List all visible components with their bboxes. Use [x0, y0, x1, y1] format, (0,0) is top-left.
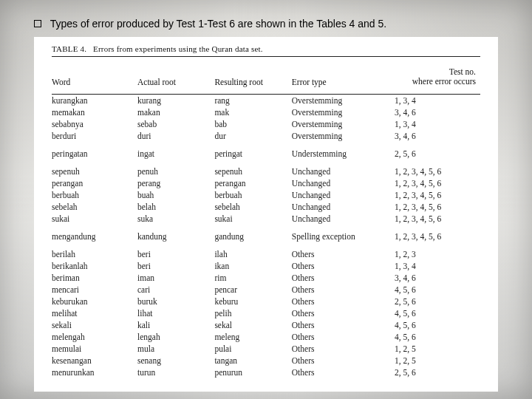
cell-tests: 1, 2, 3 [395, 242, 480, 260]
cell-resulting-root: ilah [214, 242, 291, 260]
cell-tests: 3, 4, 6 [395, 106, 480, 118]
cell-tests: 1, 2, 3, 4, 5, 6 [395, 225, 480, 242]
cell-tests: 4, 5, 6 [395, 307, 480, 319]
cell-tests: 3, 4, 6 [395, 272, 480, 284]
table-row: menurunkanturunpenurunOthers2, 5, 6 [52, 366, 480, 378]
cell-error-type: Understemming [292, 142, 395, 160]
table-row: sepenuhpenuhsepenuhUnchanged1, 2, 3, 4, … [52, 160, 480, 177]
slide-content: Types of error produced by Test 1-Test 6… [0, 0, 532, 399]
cell-resulting-root: rim [214, 272, 291, 284]
cell-resulting-root: pencar [214, 284, 291, 296]
cell-word: mencari [52, 284, 137, 296]
cell-resulting-root: sekal [214, 319, 291, 331]
cell-resulting-root: sebelah [214, 201, 291, 213]
cell-tests: 1, 2, 3, 4, 5, 6 [395, 160, 480, 177]
cell-word: berduri [52, 130, 137, 142]
table-row: berduriduridurOverstemming3, 4, 6 [52, 130, 480, 142]
cell-tests: 1, 3, 4 [395, 94, 480, 106]
bullet-line: Types of error produced by Test 1-Test 6… [34, 18, 498, 30]
cell-error-type: Others [292, 331, 395, 343]
cell-actual-root: lihat [137, 307, 214, 319]
cell-tests: 1, 2, 3, 4, 5, 6 [395, 177, 480, 189]
table-row: berikanlahberiikanOthers1, 3, 4 [52, 260, 480, 272]
cell-error-type: Others [292, 272, 395, 284]
cell-resulting-root: keburu [214, 296, 291, 307]
col-head-word: Word [52, 60, 137, 95]
cell-error-type: Others [292, 296, 395, 307]
table-row: berimanimanrimOthers3, 4, 6 [52, 272, 480, 284]
table-row: melihatlihatpelihOthers4, 5, 6 [52, 307, 480, 319]
cell-resulting-root: tangan [214, 355, 291, 366]
table-row: peringataningatperingatUnderstemming2, 5… [52, 142, 480, 160]
cell-resulting-root: mak [214, 106, 291, 118]
cell-tests: 3, 4, 6 [395, 130, 480, 142]
caption-text: Errors from experiments using the Quran … [93, 44, 263, 53]
col-head-error-type: Error type [292, 60, 395, 95]
cell-error-type: Others [292, 284, 395, 296]
table-row: kesenangansenangtanganOthers1, 2, 5 [52, 355, 480, 366]
cell-resulting-root: sukai [214, 213, 291, 225]
cell-word: melihat [52, 307, 137, 319]
cell-error-type: Unchanged [292, 201, 395, 213]
cell-error-type: Others [292, 343, 395, 355]
cell-actual-root: sebab [137, 118, 214, 130]
table-row: berbuahbuahberbuahUnchanged1, 2, 3, 4, 5… [52, 189, 480, 201]
cell-resulting-root: dur [214, 130, 291, 142]
cell-word: mengandung [52, 225, 137, 242]
cell-word: kurangkan [52, 94, 137, 106]
cell-error-type: Overstemming [292, 130, 395, 142]
cell-tests: 4, 5, 6 [395, 331, 480, 343]
cell-resulting-root: berbuah [214, 189, 291, 201]
cell-actual-root: ingat [137, 142, 214, 160]
cell-word: perangan [52, 177, 137, 189]
cell-word: sukai [52, 213, 137, 225]
table-row: memakanmakanmakOverstemming3, 4, 6 [52, 106, 480, 118]
cell-actual-root: mula [137, 343, 214, 355]
cell-actual-root: suka [137, 213, 214, 225]
table-row: memulaimulapulaiOthers1, 2, 5 [52, 343, 480, 355]
cell-actual-root: buruk [137, 296, 214, 307]
cell-word: sepenuh [52, 160, 137, 177]
cell-word: keburukan [52, 296, 137, 307]
cell-error-type: Overstemming [292, 106, 395, 118]
cell-actual-root: penuh [137, 160, 214, 177]
cell-resulting-root: rang [214, 94, 291, 106]
table-row: melengahlengahmelengOthers4, 5, 6 [52, 331, 480, 343]
table-row: mengandungkandunggandungSpelling excepti… [52, 225, 480, 242]
cell-actual-root: buah [137, 189, 214, 201]
table-row: berilahberiilahOthers1, 2, 3 [52, 242, 480, 260]
cell-resulting-root: peringat [214, 142, 291, 160]
table-body: kurangkankurangrangOverstemming1, 3, 4me… [52, 94, 480, 378]
cell-word: peringatan [52, 142, 137, 160]
cell-tests: 2, 5, 6 [395, 142, 480, 160]
cell-word: kesenangan [52, 355, 137, 366]
table-row: kurangkankurangrangOverstemming1, 3, 4 [52, 94, 480, 106]
col-head-resulting-root: Resulting root [214, 60, 291, 95]
cell-word: berbuah [52, 189, 137, 201]
col-head-test-no-line2: where error occurs [412, 77, 476, 86]
cell-tests: 1, 2, 5 [395, 343, 480, 355]
cell-tests: 1, 2, 5 [395, 355, 480, 366]
cell-error-type: Unchanged [292, 213, 395, 225]
table-caption: TABLE 4. Errors from experiments using t… [52, 44, 480, 53]
cell-error-type: Others [292, 366, 395, 378]
cell-error-type: Unchanged [292, 177, 395, 189]
cell-actual-root: perang [137, 177, 214, 189]
cell-tests: 1, 2, 3, 4, 5, 6 [395, 213, 480, 225]
cell-resulting-root: meleng [214, 331, 291, 343]
cell-actual-root: turun [137, 366, 214, 378]
cell-error-type: Unchanged [292, 160, 395, 177]
col-head-test-no-line1: Test no. [449, 67, 476, 76]
cell-word: memulai [52, 343, 137, 355]
cell-actual-root: belah [137, 201, 214, 213]
cell-actual-root: cari [137, 284, 214, 296]
table-row: sekalikalisekalOthers4, 5, 6 [52, 319, 480, 331]
cell-resulting-root: gandung [214, 225, 291, 242]
cell-actual-root: makan [137, 106, 214, 118]
cell-word: sebabnya [52, 118, 137, 130]
cell-resulting-root: bab [214, 118, 291, 130]
cell-tests: 1, 2, 3, 4, 5, 6 [395, 189, 480, 201]
cell-word: melengah [52, 331, 137, 343]
cell-resulting-root: perangan [214, 177, 291, 189]
cell-word: menurunkan [52, 366, 137, 378]
